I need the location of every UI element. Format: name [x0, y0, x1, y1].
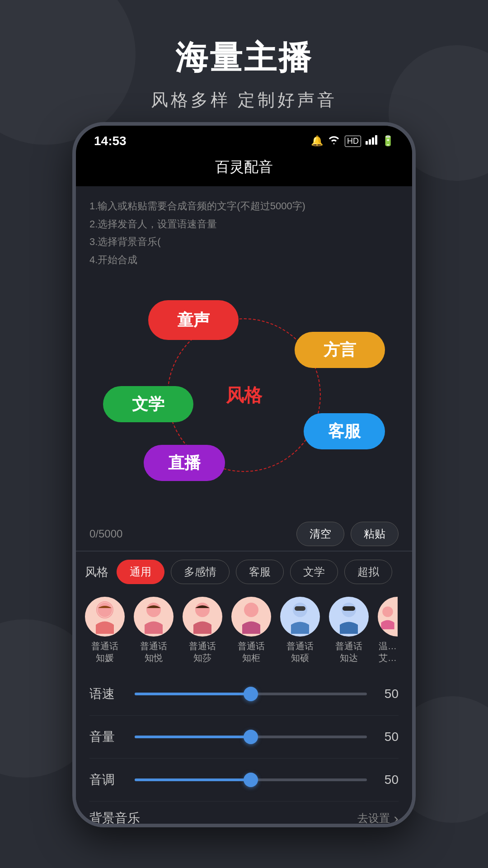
- sliders-section: 语速 50 音量 50: [76, 673, 412, 802]
- hd-badge: HD: [345, 136, 361, 147]
- phone-frame: 14:53 🔔 HD 🔋 百灵: [72, 122, 416, 827]
- tab-literature[interactable]: 文学: [290, 560, 338, 584]
- volume-track[interactable]: [135, 736, 367, 738]
- bg-music-setting-btn[interactable]: 去设置 ›: [357, 810, 399, 827]
- action-buttons: 清空 粘贴: [296, 522, 399, 546]
- wifi-icon: [328, 135, 340, 147]
- svg-point-8: [244, 603, 258, 617]
- pitch-slider-row: 音调 50: [89, 759, 399, 802]
- volume-slider-row: 音量 50: [89, 716, 399, 759]
- voice-avatar-1: [134, 597, 174, 637]
- voice-avatar-6: [378, 597, 398, 637]
- page-title: 海量主播: [0, 36, 488, 80]
- vibrate-icon: 🔔: [311, 135, 323, 147]
- instructions-area: 1.输入或粘贴需要合成音频的文字(不超过5000字) 2.选择发音人，设置语速音…: [76, 186, 412, 273]
- voice-avatar-0: [85, 597, 125, 637]
- bubble-fangyan[interactable]: 方言: [295, 332, 385, 368]
- style-wheel-container: 风格 童声 方言 文学 客服 直播: [76, 273, 412, 517]
- speed-value: 50: [376, 687, 399, 701]
- svg-rect-1: [369, 139, 371, 145]
- svg-rect-2: [372, 137, 374, 145]
- bg-music-arrow-icon: ›: [394, 810, 399, 827]
- app-title: 百灵配音: [76, 157, 412, 177]
- speed-track[interactable]: [135, 693, 367, 695]
- style-tabs-row: 风格 通用 多感情 客服 文学 超拟: [76, 552, 412, 592]
- fangyan-label: 方言: [324, 339, 356, 361]
- bg-music-setting-label: 去设置: [357, 811, 390, 826]
- voice-item-0[interactable]: 普通话知媛: [85, 597, 125, 664]
- battery-icon: 🔋: [382, 135, 394, 147]
- svg-rect-10: [295, 606, 305, 611]
- voice-item-3[interactable]: 普通话知柜: [231, 597, 271, 664]
- tab-customer[interactable]: 客服: [236, 560, 284, 584]
- style-section-label: 风格: [85, 564, 108, 580]
- wheel-center-label: 风格: [226, 383, 262, 408]
- clear-button[interactable]: 清空: [296, 522, 344, 546]
- voice-avatar-3: [231, 597, 271, 637]
- instruction-2: 2.选择发音人，设置语速音量: [89, 215, 399, 233]
- instruction-4: 4.开始合成: [89, 251, 399, 269]
- tongsheng-label: 童声: [177, 309, 210, 331]
- voice-name-6: 温…艾…: [379, 640, 397, 664]
- count-row: 0/5000 清空 粘贴: [76, 517, 412, 551]
- voice-name-1: 普通话知悦: [140, 640, 167, 664]
- svg-point-13: [382, 606, 393, 617]
- volume-value: 50: [376, 730, 399, 744]
- voice-item-6[interactable]: 温…艾…: [378, 597, 398, 664]
- pitch-value: 50: [376, 773, 399, 787]
- svg-rect-12: [343, 606, 355, 611]
- voice-item-1[interactable]: 普通话知悦: [134, 597, 174, 664]
- voice-avatar-2: [183, 597, 222, 637]
- voice-name-2: 普通话知莎: [189, 640, 216, 664]
- bg-music-section: 背景音乐 去设置 ›: [76, 802, 412, 827]
- kefu-label: 客服: [328, 420, 361, 443]
- voice-item-2[interactable]: 普通话知莎: [183, 597, 222, 664]
- voice-name-3: 普通话知柜: [238, 640, 265, 664]
- signal-icon: [366, 135, 377, 147]
- tab-ultra[interactable]: 超拟: [344, 560, 392, 584]
- tab-general[interactable]: 通用: [117, 560, 164, 584]
- bg-music-label: 背景音乐: [89, 810, 140, 827]
- svg-rect-0: [366, 141, 368, 145]
- voice-item-4[interactable]: 普通话知硕: [280, 597, 320, 664]
- voice-name-0: 普通话知媛: [91, 640, 118, 664]
- page-subtitle: 风格多样 定制好声音: [0, 89, 488, 112]
- bubble-wenxue[interactable]: 文学: [103, 386, 193, 422]
- voice-avatar-4: [280, 597, 320, 637]
- instruction-1: 1.输入或粘贴需要合成音频的文字(不超过5000字): [89, 197, 399, 215]
- tab-emotion[interactable]: 多感情: [171, 560, 230, 584]
- bubble-tongsheng[interactable]: 童声: [148, 300, 239, 340]
- bubble-kefu[interactable]: 客服: [304, 413, 385, 449]
- app-title-bar: 百灵配音: [76, 153, 412, 186]
- instruction-3: 3.选择背景音乐(: [89, 233, 399, 251]
- voice-item-5[interactable]: 普通话知达: [329, 597, 369, 664]
- volume-label: 音量: [89, 728, 126, 745]
- pitch-track[interactable]: [135, 778, 367, 781]
- status-bar: 14:53 🔔 HD 🔋: [76, 126, 412, 153]
- voice-name-5: 普通话知达: [335, 640, 362, 664]
- status-icons: 🔔 HD 🔋: [311, 135, 394, 147]
- svg-point-4: [98, 603, 112, 617]
- zhibo-label: 直播: [168, 452, 201, 474]
- svg-rect-3: [375, 135, 377, 145]
- svg-point-6: [146, 603, 161, 617]
- speed-slider-row: 语速 50: [89, 673, 399, 716]
- speed-label: 语速: [89, 685, 126, 703]
- voices-row: 普通话知媛 普通话知悦: [76, 592, 412, 673]
- app-content: 1.输入或粘贴需要合成音频的文字(不超过5000字) 2.选择发音人，设置语速音…: [76, 186, 412, 827]
- char-count: 0/5000: [89, 528, 122, 540]
- wenxue-label: 文学: [132, 393, 164, 415]
- voice-avatar-5: [329, 597, 369, 637]
- bubble-zhibo[interactable]: 直播: [144, 445, 225, 481]
- paste-button[interactable]: 粘贴: [351, 522, 399, 546]
- voice-name-4: 普通话知硕: [286, 640, 314, 664]
- svg-point-7: [195, 603, 210, 617]
- pitch-label: 音调: [89, 771, 126, 788]
- page-header: 海量主播 风格多样 定制好声音: [0, 0, 488, 130]
- status-time: 14:53: [94, 134, 127, 148]
